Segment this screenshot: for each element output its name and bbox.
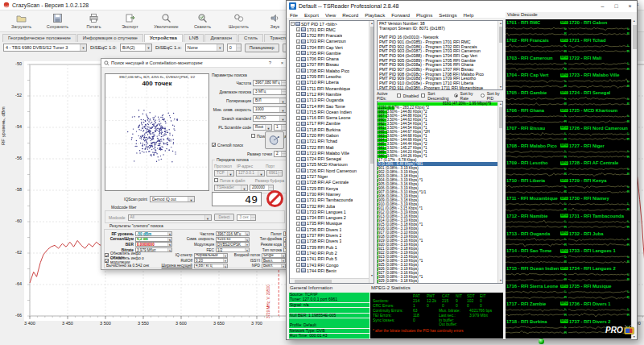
- expand-icon[interactable]: +: [296, 210, 300, 214]
- field-value[interactable]: 4,887 КГц⇅: [194, 264, 228, 268]
- tree-item[interactable]: +1729 RFI Kenya: [290, 185, 374, 191]
- menu-plugins[interactable]: Plugins: [416, 12, 432, 18]
- expand-icon[interactable]: +: [296, 69, 300, 73]
- search-range-field[interactable]: 3 МГц: [253, 89, 287, 95]
- field-value[interactable]: DVBS2/QPSK▼: [216, 242, 250, 247]
- video-cell[interactable]: 1721 - RFI TchadLR: [568, 37, 631, 55]
- dot-size-stepper[interactable]: 2: [274, 151, 287, 157]
- dialog-titlebar[interactable]: Поиск несущей и Constellation-мониторинг…: [101, 59, 287, 68]
- expand-icon[interactable]: +: [296, 104, 300, 108]
- video-cell[interactable]: 1731 - RFI TambacoundaLR: [568, 213, 631, 231]
- menu-view[interactable]: View: [325, 12, 336, 18]
- tree-item[interactable]: +1727 Niger: [290, 173, 374, 179]
- video-cell[interactable]: 1709 - RFI LesothoMPGLR: [506, 160, 568, 177]
- tree-item[interactable]: +1715 RFI Ocean Indien: [290, 109, 374, 114]
- tree-item[interactable]: +1736 RFI Divers 1: [290, 227, 374, 232]
- menu-export[interactable]: Export: [304, 12, 319, 18]
- tree-item[interactable]: +1735 RFI Musique: [290, 221, 374, 227]
- pl-scramble-number[interactable]: 1: [274, 124, 287, 131]
- bars-vscrollbar[interactable]: ▲▼: [497, 102, 502, 283]
- tab-5[interactable]: Диапазон: [204, 34, 237, 42]
- expand-icon[interactable]: +: [296, 263, 300, 267]
- field-value[interactable]: 4155 Кс⇅: [216, 237, 250, 242]
- field-value[interactable]: 0,0000000⇅: [135, 242, 172, 247]
- video-cell[interactable]: 1722 - RFI MaliLR: [568, 55, 631, 73]
- tree-item[interactable]: +1744 RFI Benin: [290, 268, 374, 273]
- video-cell[interactable]: 1713 - RFI OugandaMPGLR: [506, 231, 568, 248]
- sink-select[interactable]: TSReader▼: [214, 185, 248, 191]
- diseqc1x-select[interactable]: None▼: [185, 44, 224, 52]
- toolbar-save-button[interactable]: Сохранить: [39, 10, 76, 31]
- video-cell[interactable]: 1736 - RFI Divers 1LR: [568, 301, 631, 318]
- tree-item[interactable]: +1731 RFI Tambacounda: [290, 197, 374, 203]
- Обновлять-инфо-о-модуляции-checkbox[interactable]: [105, 259, 109, 263]
- video-cell[interactable]: 1727 - RFI NigerLR: [568, 143, 631, 160]
- video-cell[interactable]: 1705 - RFI GambieMPGLR: [506, 89, 568, 107]
- toolbar-zoom-button[interactable]: Увеличение: [148, 10, 184, 31]
- pid-bar-row[interactable]: 929 (0.08% - 3.18 Kbps): [378, 279, 497, 283]
- menu-file[interactable]: File: [290, 12, 298, 18]
- expand-icon[interactable]: +: [296, 151, 300, 155]
- tuner-select[interactable]: 4 - TBS 6980 DVBS/S2 Tuner 3▼: [3, 44, 87, 52]
- pl-scramble-select[interactable]: Root▼: [253, 124, 272, 131]
- tree-item[interactable]: +1743 RFI Congo: [290, 262, 374, 268]
- expand-icon[interactable]: +: [296, 198, 300, 202]
- video-vscrollbar[interactable]: ▲▼: [631, 19, 637, 339]
- positioner-button[interactable]: Позиционер: [245, 44, 279, 52]
- expand-icon[interactable]: +: [296, 45, 300, 49]
- field-value[interactable]: 3967,016 МГц⇅: [216, 231, 250, 236]
- tree-item[interactable]: +1707 RFI Bissau: [290, 62, 374, 68]
- tree-item[interactable]: +1709 RFI Lesotho: [290, 73, 374, 79]
- tree-item[interactable]: +1710 RFI Liberia: [290, 80, 374, 85]
- tree-item[interactable]: +1739 RFI Pub 1: [290, 244, 374, 250]
- video-cell[interactable]: 1707 - RFI BissauMPGLR: [506, 125, 568, 143]
- expand-icon[interactable]: +: [296, 192, 300, 196]
- video-cell[interactable]: 1710 - RFI LiberiaMPGLR: [506, 177, 568, 195]
- toolbar-scan-button[interactable]: Сканить: [184, 10, 221, 31]
- video-cell[interactable]: 1729 - RFI KenyaLR: [568, 177, 631, 195]
- expand-icon[interactable]: +: [296, 27, 300, 31]
- tree-item[interactable]: +1702 RFI Francais: [290, 32, 374, 38]
- tree-item[interactable]: +1728 RFI AF Centrale: [290, 180, 374, 185]
- video-cell[interactable]: 1718 - RFI BurkinaMPGLR: [506, 318, 568, 336]
- tree-item[interactable]: +1730 RFI Niamey: [290, 191, 374, 197]
- tree-vscrollbar[interactable]: ▲▼: [369, 21, 374, 283]
- expand-icon[interactable]: +: [296, 186, 300, 190]
- video-cell[interactable]: 1720 - RFI GabonLR: [568, 19, 631, 37]
- expand-icon[interactable]: +: [296, 133, 300, 137]
- video-cell[interactable]: 1717 - RFI ZambieMPGLR: [506, 301, 568, 318]
- diseqc10-select[interactable]: B/A(2)▼: [120, 44, 152, 52]
- video-cell[interactable]: 1730 - RFI NiameyLR: [568, 195, 631, 213]
- tree-hscrollbar[interactable]: [290, 278, 369, 283]
- field-value[interactable]: 1/2▼: [216, 247, 250, 252]
- video-decode-panel[interactable]: 1701 - RFI RMCMPGLR1720 - RFI GabonLR170…: [506, 19, 637, 339]
- expand-icon[interactable]: +: [296, 268, 300, 272]
- tree-item[interactable]: +1737 RFI Divers 2: [290, 232, 374, 238]
- dish-scan-button[interactable]: [265, 131, 284, 149]
- tree-item[interactable]: +1713 RFI Ouganda: [290, 98, 374, 103]
- expand-icon[interactable]: +: [296, 181, 300, 185]
- toolbar-print-button[interactable]: Печать: [76, 10, 112, 31]
- expand-icon[interactable]: +: [296, 81, 300, 85]
- field-value[interactable]: Выкл.▼: [262, 258, 286, 263]
- video-cell[interactable]: 1723 - RFI Malabo VilleLR: [568, 72, 631, 89]
- tree-item[interactable]: +1706 RFI Ghana: [290, 56, 374, 61]
- tree-item[interactable]: +1726 RFI Nord Cameroun: [290, 168, 374, 173]
- maximize-icon[interactable]: □: [609, 1, 623, 11]
- video-cell[interactable]: 1704 - RFI Cap VertMPGLR: [506, 72, 568, 89]
- tree-item[interactable]: +1733 RFI Langues 1: [290, 209, 374, 214]
- tree-item[interactable]: +1741 RFI Pub 5: [290, 256, 374, 262]
- expand-icon[interactable]: +: [296, 257, 300, 261]
- ip-select[interactable]: 127.0.0.1▼: [236, 170, 265, 177]
- expand-icon[interactable]: +: [296, 216, 300, 220]
- expand-icon[interactable]: +: [296, 204, 300, 208]
- tab-1[interactable]: Географическое положение: [2, 34, 76, 42]
- video-cell[interactable]: 1702 - RFI FrancaisMPGLR: [506, 37, 568, 55]
- disabled-checkbox[interactable]: [397, 94, 401, 98]
- iqscan-select[interactable]: Demod IQ out▼: [150, 196, 195, 202]
- expand-icon[interactable]: +: [296, 227, 300, 231]
- expand-icon[interactable]: +: [296, 33, 300, 37]
- tree-item[interactable]: +1701 RFI RMC: [290, 27, 374, 32]
- expand-icon[interactable]: +: [296, 110, 300, 114]
- video-cell[interactable]: 1712 - RFI NamibieMPGLR: [506, 213, 568, 231]
